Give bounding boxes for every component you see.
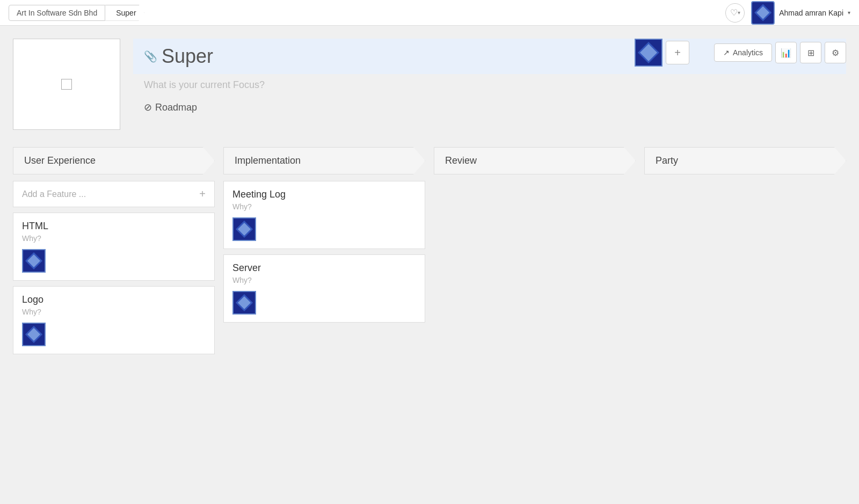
column-review: Review — [434, 147, 636, 181]
feature-avatar — [232, 291, 256, 315]
feature-avatar — [232, 217, 256, 241]
column-header-implementation[interactable]: Implementation — [223, 147, 425, 174]
project-avatar-icon — [635, 39, 663, 67]
roadmap-icon: ⊘ — [144, 101, 152, 113]
add-member-button[interactable]: + — [666, 41, 689, 64]
grid-icon: ⊞ — [807, 48, 814, 58]
feature-why: Why? — [22, 308, 206, 316]
roadmap-text: Roadmap — [155, 102, 197, 113]
topbar-right: ♡ ▾ Ahmad amran Kapi ▾ — [725, 1, 850, 25]
project-header: 📎 Super What is your current Focus? ⊘ Ro… — [13, 39, 846, 130]
add-feature-plus-icon: + — [199, 188, 206, 200]
gear-icon: ⚙ — [832, 48, 839, 58]
analytics-chart-icon: ↗ — [723, 48, 730, 57]
user-avatar-small — [751, 1, 775, 25]
breadcrumb-project[interactable]: Super — [105, 5, 144, 21]
favorites-button[interactable]: ♡ ▾ — [725, 3, 745, 23]
column-party: Party — [644, 147, 846, 181]
feature-name: Server — [232, 262, 416, 274]
add-feature-placeholder: Add a Feature ... — [22, 189, 86, 199]
kanban-board: User Experience Add a Feature ... + HTML… — [13, 147, 846, 360]
feature-card-meeting-log-card[interactable]: Meeting Log Why? — [223, 181, 425, 249]
bar-chart-icon: 📊 — [781, 48, 791, 58]
column-header-review[interactable]: Review — [434, 147, 636, 174]
main-content: 📎 Super What is your current Focus? ⊘ Ro… — [0, 26, 859, 372]
column-header-user-experience[interactable]: User Experience — [13, 147, 215, 174]
analytics-button[interactable]: ↗ Analytics — [714, 43, 772, 62]
add-member-icon: + — [674, 47, 681, 59]
feature-avatar — [22, 323, 46, 346]
feature-why: Why? — [232, 276, 416, 284]
project-actions: + ↗ Analytics 📊 ⊞ ⚙ — [635, 39, 846, 67]
user-name: Ahmad amran Kapi — [779, 9, 843, 17]
breadcrumb: Art In Software Sdn Bhd Super — [9, 5, 144, 21]
breadcrumb-company[interactable]: Art In Software Sdn Bhd — [9, 5, 105, 21]
feature-card-logo-card[interactable]: Logo Why? — [13, 286, 215, 354]
feature-why: Why? — [232, 202, 416, 211]
feature-name: Logo — [22, 294, 206, 305]
settings-button[interactable]: ⚙ — [825, 42, 846, 63]
column-header-party[interactable]: Party — [644, 147, 846, 174]
project-title: Super — [162, 45, 213, 68]
feature-card-server-card[interactable]: Server Why? — [223, 254, 425, 323]
chart-icon-button[interactable]: 📊 — [775, 42, 797, 63]
feature-why: Why? — [22, 234, 206, 243]
analytics-label: Analytics — [733, 48, 763, 57]
user-dropdown-arrow: ▾ — [848, 10, 850, 16]
feature-avatar — [22, 249, 46, 273]
dropdown-arrow-heart: ▾ — [738, 10, 740, 16]
column-implementation: Implementation Meeting Log Why? Server W… — [223, 147, 425, 328]
feature-name: HTML — [22, 221, 206, 232]
column-user-experience: User Experience Add a Feature ... + HTML… — [13, 147, 215, 360]
thumbnail-image — [61, 79, 72, 90]
topbar: Art In Software Sdn Bhd Super ♡ ▾ Ahmad … — [0, 0, 859, 26]
roadmap-label[interactable]: ⊘ Roadmap — [133, 101, 846, 113]
title-pin-icon: 📎 — [144, 50, 157, 63]
feature-name: Meeting Log — [232, 189, 416, 200]
project-focus[interactable]: What is your current Focus? — [133, 79, 846, 91]
board-view-button[interactable]: ⊞ — [800, 42, 821, 63]
feature-card-html-card[interactable]: HTML Why? — [13, 213, 215, 281]
add-feature-input[interactable]: Add a Feature ... + — [13, 181, 215, 207]
heart-icon: ♡ — [730, 8, 738, 18]
project-thumbnail — [13, 39, 120, 130]
user-menu[interactable]: Ahmad amran Kapi ▾ — [751, 1, 850, 25]
